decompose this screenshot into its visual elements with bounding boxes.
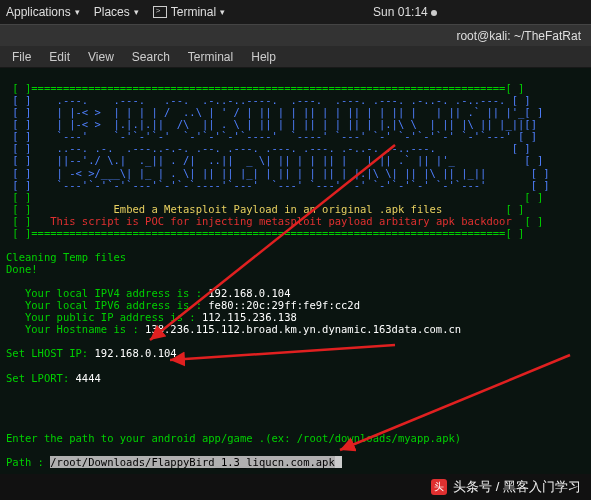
applications-menu[interactable]: Applications ▾ (6, 5, 80, 19)
lhost-line: Set LHOST IP: 192.168.0.104 (6, 347, 177, 359)
chevron-down-icon: ▾ (75, 7, 80, 17)
done-line: Done! (6, 263, 38, 275)
menu-file[interactable]: File (4, 48, 39, 66)
path-input[interactable]: /root/Downloads/FlappyBird_1.3_liqucn.co… (50, 456, 334, 468)
places-menu[interactable]: Places ▾ (94, 5, 139, 19)
menu-edit[interactable]: Edit (41, 48, 78, 66)
toutiao-logo-icon: 头 (431, 479, 447, 495)
chevron-down-icon: ▾ (134, 7, 139, 17)
clock[interactable]: Sun 01:14 (373, 5, 428, 19)
cleaning-line: Cleaning Temp files (6, 251, 126, 263)
lport-line: Set LPORT: 4444 (6, 372, 101, 384)
menu-help[interactable]: Help (243, 48, 284, 66)
notification-dot-icon (431, 10, 437, 16)
footer-bar: 头 头条号 / 黑客入门学习 (0, 474, 591, 500)
ascii-border-bottom: [ ]=====================================… (6, 227, 524, 239)
hostname-line: Your Hostname is : 138.236.115.112.broad… (6, 323, 461, 335)
window-title: root@kali: ~/TheFatRat (456, 29, 581, 43)
terminal-icon (153, 6, 167, 18)
terminal-app-button[interactable]: Terminal ▾ (153, 5, 225, 19)
menu-bar: File Edit View Search Terminal Help (0, 46, 591, 68)
menu-terminal[interactable]: Terminal (180, 48, 241, 66)
window-title-bar: root@kali: ~/TheFatRat (0, 24, 591, 46)
terminal-output[interactable]: [ ]=====================================… (0, 68, 591, 474)
ascii-border-top: [ ]=====================================… (6, 82, 524, 94)
ascii-art: [ ] .---. .---. .--. .-..-..----. .---. … (6, 94, 550, 190)
menu-search[interactable]: Search (124, 48, 178, 66)
pubip-line: Your public IP address is : 112.115.236.… (6, 311, 297, 323)
applications-label: Applications (6, 5, 71, 19)
footer-text: 头条号 / 黑客入门学习 (453, 478, 581, 496)
cursor-icon (335, 456, 342, 468)
path-line: Path : /root/Downloads/FlappyBird_1.3_li… (6, 456, 342, 468)
places-label: Places (94, 5, 130, 19)
banner-line-1: [ ] Embed a Metasploit Payload in an ori… (6, 203, 524, 215)
menu-view[interactable]: View (80, 48, 122, 66)
ipv6-line: Your local IPV6 address is : fe80::20c:2… (6, 299, 360, 311)
ascii-border-mid: [ ] [ ] (6, 191, 543, 203)
terminal-label: Terminal (171, 5, 216, 19)
banner-line-2: [ ] This script is POC for injecting met… (6, 215, 543, 227)
ipv4-line: Your local IPV4 address is : 192.168.0.1… (6, 287, 290, 299)
path-prompt-line: Enter the path to your android app/game … (6, 432, 461, 444)
